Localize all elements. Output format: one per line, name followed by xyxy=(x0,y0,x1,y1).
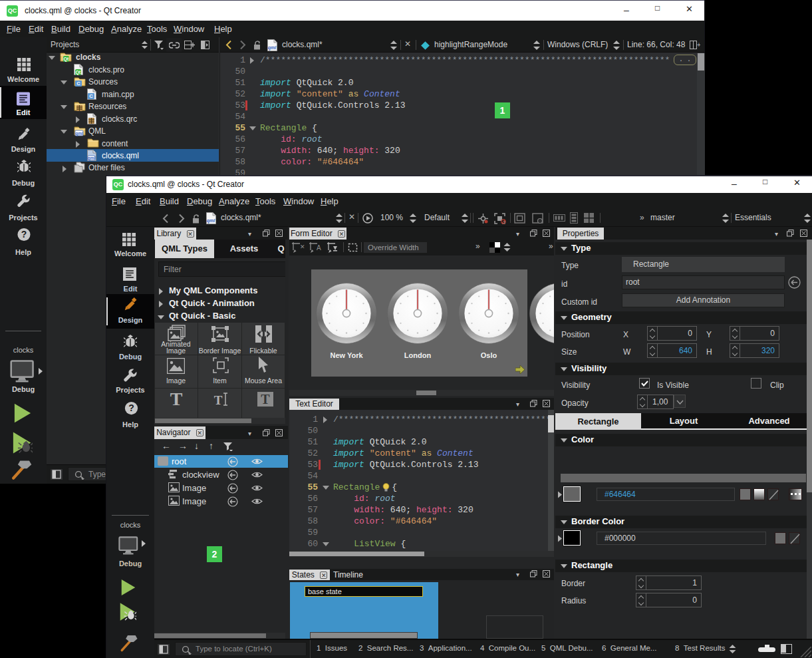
svg-text:+: + xyxy=(697,41,700,49)
svg-text:✕: ✕ xyxy=(300,244,305,250)
svg-text:T: T xyxy=(261,392,270,407)
svg-text:T: T xyxy=(170,391,183,407)
svg-text:C: C xyxy=(76,81,80,86)
svg-text:qml: qml xyxy=(207,218,216,224)
svg-text:qml: qml xyxy=(88,156,96,161)
svg-text:C: C xyxy=(89,93,93,99)
svg-text:Qt: Qt xyxy=(64,57,69,62)
svg-text:qml: qml xyxy=(268,45,277,51)
svg-text:qml: qml xyxy=(75,131,83,136)
svg-text:?: ? xyxy=(21,229,27,240)
svg-text:T: T xyxy=(214,393,223,407)
svg-text:?: ? xyxy=(128,403,134,413)
svg-text:A: A xyxy=(317,244,321,251)
svg-text:Qt: Qt xyxy=(76,70,81,75)
